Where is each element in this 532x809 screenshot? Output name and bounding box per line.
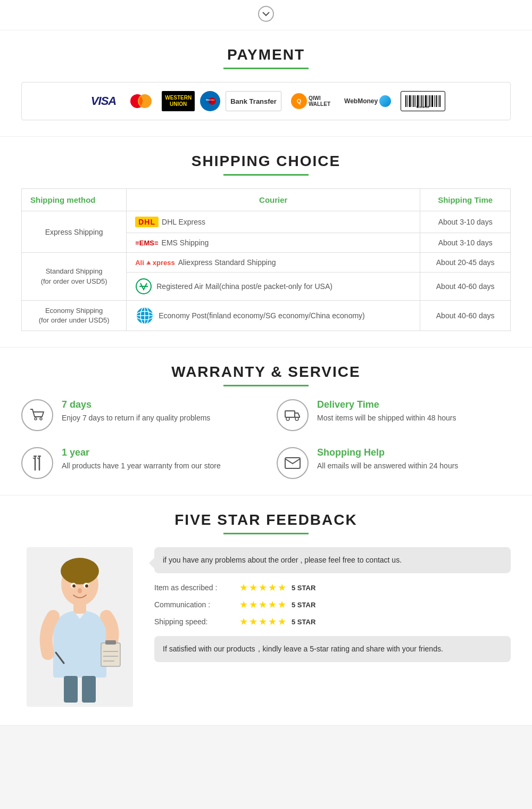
courier-economy: Economy Post(finland economy/SG economy/… [127,301,420,331]
warranty-text-delivery: Delivery Time Most items will be shipped… [317,399,456,424]
maestro-logo: Maestro [200,91,220,111]
mail-icon [285,457,301,469]
bank-transfer-logo: Bank Transfer [226,91,281,111]
cart-icon-circle [21,399,53,431]
svg-text:Boletol: Boletol [417,105,429,109]
svg-point-56 [85,584,88,588]
truck-icon [285,409,301,422]
feedback-bubble-top: if you have any problems about the order… [154,547,511,573]
feedback-right-content: if you have any problems about the order… [154,547,511,662]
svg-rect-22 [438,95,438,107]
shipping-underline [223,174,309,176]
stars-item: ★ ★ ★ ★ ★ [239,582,286,593]
svg-rect-23 [439,95,440,107]
stars-ship: ★ ★ ★ ★ ★ [239,616,286,628]
payment-section: PAYMENT VISA WESTERNUNION Maestro Bank T… [0,30,532,137]
svg-rect-47 [101,643,120,666]
rating-row-ship: Shipping speed: ★ ★ ★ ★ ★ 5 STAR [154,616,511,628]
star-2: ★ [249,616,257,628]
shipping-title: SHIPPING CHOICE [21,153,511,170]
cart-icon [29,407,45,423]
svg-rect-45 [73,603,86,614]
warranty-title: WARRANTY & SERVICE [21,364,511,381]
table-row: Express Shipping DHL DHL Express About 3… [22,211,511,233]
warranty-item-warranty: 1 year All products have 1 year warranty… [21,447,255,479]
bubble-top-text: if you have any problems about the order… [163,556,402,564]
feedback-content-area: if you have any problems about the order… [21,547,511,709]
ems-logo: ≡EMS= [135,239,158,247]
warranty-desc-warranty: All products have 1 year warranty from o… [62,460,221,472]
mail-icon-circle [277,447,309,479]
method-express: Express Shipping [22,211,127,253]
payment-title: PAYMENT [21,46,511,63]
star-5: ★ [278,599,286,610]
star-3: ★ [259,582,267,593]
rating-text-comm: 5 STAR [292,601,315,609]
warranty-item-help: Shopping Help All emails will be answere… [277,447,511,479]
star-3: ★ [259,599,267,610]
qiwi-logo: Q QIWIWALLET [287,91,335,111]
warranty-underline [223,385,309,386]
svg-point-44 [61,558,99,584]
star-1: ★ [239,582,248,593]
feedback-bubble-bottom: If satisfied with our products，kindly le… [154,636,511,662]
time-dhl: About 3-10 days [420,211,511,233]
warranty-text-warranty: 1 year All products have 1 year warranty… [62,447,221,472]
svg-rect-21 [436,95,437,107]
mastercard-logo [126,91,156,111]
time-ali: About 20-45 days [420,253,511,273]
svg-rect-48 [105,640,116,645]
svg-rect-20 [434,95,435,107]
col-time: Shipping Time [420,189,511,211]
star-3: ★ [259,616,267,628]
time-post: About 40-60 days [420,273,511,301]
star-5: ★ [278,616,286,628]
star-4: ★ [268,616,277,628]
svg-rect-34 [285,411,295,417]
warranty-desc-help: All emails will be answered within 24 ho… [317,460,458,472]
star-4: ★ [268,599,277,610]
star-2: ★ [249,582,257,593]
feedback-section: FIVE STAR FEEDBACK [0,496,532,725]
shipping-table: Shipping method Courier Shipping Time Ex… [21,188,511,331]
bubble-bottom-text: If satisfied with our products，kindly le… [163,645,443,653]
courier-ali: Ali🔺xpress Aliexpress Standard Shipping [127,253,420,273]
method-economy: Economy Shipping(for order under USD5) [22,301,127,331]
svg-rect-19 [431,95,433,107]
warranty-heading-warranty: 1 year [62,447,221,458]
chevron-collapse[interactable] [0,0,532,30]
svg-text:Maestro: Maestro [206,98,214,101]
svg-point-55 [72,584,76,588]
truck-icon-circle [277,399,309,431]
feedback-person [21,547,138,709]
tools-icon-circle [21,447,53,479]
warranty-heading-help: Shopping Help [317,447,458,458]
rating-label-item: Item as described : [154,583,234,592]
tools-icon [30,455,45,471]
webmoney-logo: WebMoney [340,91,395,111]
col-courier: Courier [127,189,420,211]
star-1: ★ [239,616,248,628]
table-row: Standard Shipping(for order over USD5) A… [22,253,511,273]
svg-point-0 [259,6,273,21]
svg-point-57 [78,588,82,593]
time-ems: About 3-10 days [420,233,511,253]
dhl-logo: DHL [135,217,159,227]
payment-underline [223,68,309,69]
courier-ems: ≡EMS= EMS Shipping [127,233,420,253]
person-illustration [27,547,133,707]
svg-rect-46 [53,630,106,678]
payment-logos-container: VISA WESTERNUNION Maestro Bank Transfer … [21,82,511,120]
warranty-desc-return: Enjoy 7 days to return if any quality pr… [62,412,210,424]
warranty-section: WARRANTY & SERVICE 7 days Enjoy 7 days t… [0,348,532,496]
star-5: ★ [278,582,286,593]
feedback-underline [223,533,309,534]
rating-label-comm: Communication : [154,600,234,609]
star-4: ★ [268,582,277,593]
star-1: ★ [239,599,248,610]
svg-rect-10 [413,95,414,107]
svg-rect-7 [408,95,408,107]
svg-rect-6 [405,95,406,107]
warranty-heading-return: 7 days [62,399,210,410]
rating-row-item: Item as described : ★ ★ ★ ★ ★ 5 STAR [154,582,511,593]
